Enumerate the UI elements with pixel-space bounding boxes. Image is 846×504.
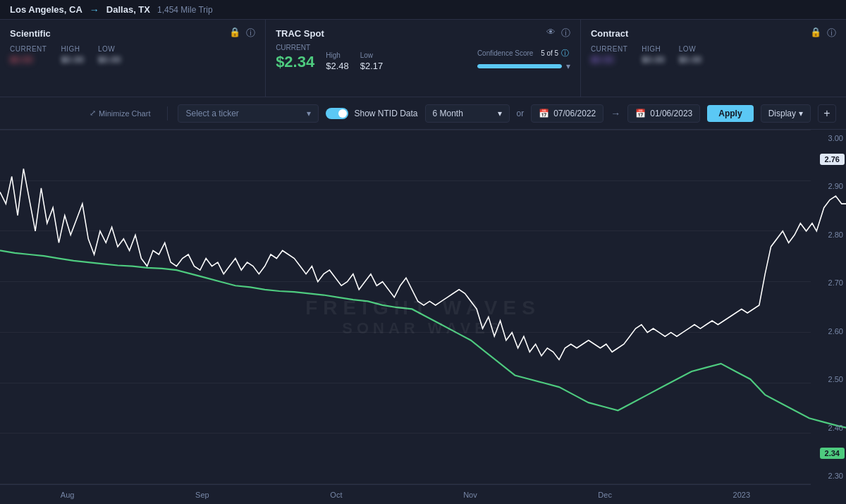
x-axis-2023: 2023	[733, 491, 750, 499]
period-label: 6 Month	[433, 109, 463, 118]
green-price-label: 2.34	[820, 448, 845, 459]
ticker-select-label: Select a ticker	[185, 109, 238, 118]
chart-area: FREIGHT WAVES SONAR WAVES 2.76 2.34 3.00…	[0, 130, 846, 504]
contract-high-value: $0.00	[642, 54, 665, 65]
x-axis-sep: Sep	[195, 491, 209, 499]
contract-panel: Contract 🔒 ⓘ CURRENT $0.00 HIGH $0.00 LO…	[581, 20, 846, 97]
toggle-thumb	[338, 109, 347, 118]
white-price-label: 2.76	[820, 154, 845, 165]
display-chevron-icon: ▾	[799, 109, 803, 118]
info-panels: Scientific 🔒 ⓘ CURRENT $0.00 HIGH $0.00 …	[0, 20, 846, 97]
display-label: Display	[768, 109, 796, 118]
ticker-select-chevron-icon: ▾	[307, 109, 311, 118]
scientific-title: Scientific	[10, 28, 51, 39]
period-select[interactable]: 6 Month ▾	[425, 104, 510, 123]
white-chart-line	[0, 168, 846, 359]
scientific-low-label: LOW	[98, 45, 121, 53]
contract-low-label: LOW	[679, 45, 702, 53]
contract-low-value: $0.00	[679, 54, 702, 65]
calendar-to-icon: 📅	[635, 109, 646, 118]
minimize-label: Minimize Chart	[99, 109, 150, 118]
date-range-arrow: →	[611, 108, 620, 119]
scientific-high-value: $0.00	[61, 54, 84, 65]
scientific-low-value: $0.00	[98, 54, 121, 65]
minimize-icon: ⤢	[90, 109, 96, 118]
chart-toolbar: ⤢ Minimize Chart Select a ticker ▾ Show …	[0, 97, 846, 130]
to-city: Dallas, TX	[106, 4, 150, 15]
ntid-toggle-container: Show NTID Data	[326, 108, 417, 119]
ntid-toggle[interactable]	[326, 108, 348, 119]
confidence-bar	[477, 64, 562, 68]
x-axis-oct: Oct	[330, 491, 342, 499]
confidence-info-icon[interactable]: ⓘ	[561, 48, 569, 59]
confidence-bar-fill	[477, 64, 562, 68]
chart-svg	[0, 130, 846, 504]
trac-low-label: Low	[360, 51, 384, 59]
date-to-input[interactable]: 📅 01/06/2023	[627, 104, 700, 123]
apply-button[interactable]: Apply	[707, 105, 753, 122]
x-axis-dec: Dec	[598, 491, 612, 499]
contract-current-label: CURRENT	[591, 45, 627, 53]
trip-distance: 1,454 Mile Trip	[157, 5, 213, 15]
display-button[interactable]: Display ▾	[761, 104, 811, 123]
trac-title: TRAC Spot	[276, 28, 324, 39]
minimize-chart-button[interactable]: ⤢ Minimize Chart	[90, 109, 150, 118]
trac-current-label: CURRENT	[276, 44, 314, 51]
scientific-panel: Scientific 🔒 ⓘ CURRENT $0.00 HIGH $0.00 …	[0, 20, 266, 97]
date-from-value: 07/06/2022	[553, 109, 596, 118]
trac-high-value: $2.48	[326, 61, 349, 71]
contract-current-value: $0.00	[591, 54, 627, 65]
date-to-value: 01/06/2023	[650, 109, 692, 118]
period-chevron-icon: ▾	[498, 109, 502, 118]
add-button[interactable]: +	[818, 104, 836, 123]
trac-high-label: High	[326, 51, 349, 59]
scientific-current-value: $0.00	[10, 54, 47, 65]
scientific-lock-icon[interactable]: 🔒	[229, 27, 240, 39]
green-chart-line	[0, 250, 846, 427]
or-separator: or	[517, 109, 525, 118]
trac-eye-icon[interactable]: 👁	[546, 27, 556, 39]
top-bar: Los Angeles, CA → Dallas, TX 1,454 Mile …	[0, 0, 846, 20]
scientific-current-label: CURRENT	[10, 45, 47, 53]
ticker-select[interactable]: Select a ticker ▾	[178, 104, 319, 123]
route-arrow: →	[90, 4, 99, 16]
ntid-toggle-label: Show NTID Data	[354, 109, 417, 118]
contract-high-label: HIGH	[642, 45, 665, 53]
contract-info-icon[interactable]: ⓘ	[827, 27, 836, 39]
scientific-high-label: HIGH	[61, 45, 84, 53]
from-city: Los Angeles, CA	[10, 4, 82, 15]
trac-low-value: $2.17	[360, 61, 384, 71]
trac-info-icon[interactable]: ⓘ	[561, 27, 570, 39]
confidence-chevron-icon[interactable]: ▾	[566, 61, 570, 71]
scientific-info-icon[interactable]: ⓘ	[246, 27, 255, 39]
x-axis-aug: Aug	[61, 491, 75, 499]
confidence-score: 5 of 5	[541, 49, 558, 57]
trac-current-value: $2.34	[276, 53, 314, 71]
calendar-from-icon: 📅	[539, 109, 549, 118]
contract-lock-icon[interactable]: 🔒	[810, 27, 821, 39]
trac-spot-panel: TRAC Spot 👁 ⓘ CURRENT $2.34 High $2.48 L…	[266, 20, 581, 97]
confidence-label: Confidence Score 5 of 5 ⓘ	[477, 48, 570, 59]
contract-title: Contract	[591, 28, 628, 39]
x-axis-nov: Nov	[463, 491, 477, 499]
date-from-input[interactable]: 📅 07/06/2022	[531, 104, 603, 123]
